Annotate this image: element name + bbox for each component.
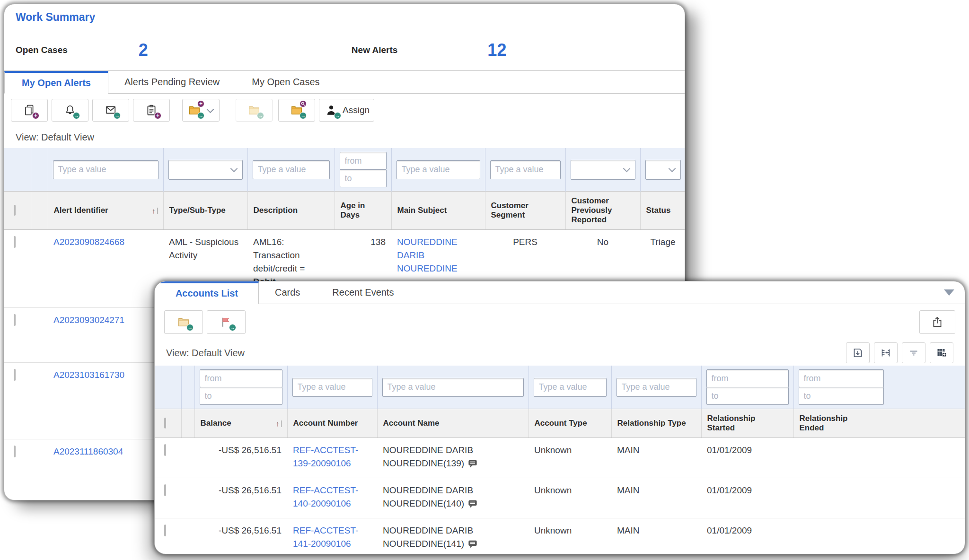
main-subject-link[interactable]: NOUREDDINE DARIB NOUREDDINE [397,237,458,273]
create-task-button[interactable] [133,99,170,122]
sort-ascending-icon[interactable] [152,206,158,216]
filter-balance-to-input[interactable] [200,387,282,405]
forward-badge-icon [186,324,194,331]
tab-recent-events[interactable]: Recent Events [316,281,410,304]
filter-status-select[interactable] [645,160,681,180]
filter-ended-to-input[interactable] [799,387,884,405]
chevron-down-icon [669,165,676,173]
filter-balance-from-input[interactable] [200,369,282,387]
col-alert-identifier[interactable]: Alert Identifier [48,192,163,230]
plus-badge-icon [32,112,39,119]
filter-main-subject-input[interactable] [396,160,480,179]
select-all-checkbox[interactable] [14,205,16,216]
filter-age-from-input[interactable] [340,152,387,170]
filter-account-name-input[interactable] [382,378,524,397]
send-email-button[interactable] [92,99,129,122]
filter-age-to-input[interactable] [340,169,387,187]
alert-link[interactable]: A2023111860304 [53,446,123,456]
row-checkbox[interactable] [164,484,166,496]
collapse-triangle-icon[interactable] [944,289,954,296]
col-customer-segment[interactable]: Customer Segment [485,192,565,230]
accounts-view-row: View: Default View [155,340,965,366]
col-status[interactable]: Status [640,192,685,230]
row-checkbox[interactable] [164,444,166,456]
create-alert-button[interactable] [52,99,88,122]
forward-badge-icon [73,112,80,119]
attach-disabled-button [236,99,273,122]
filter-customer-segment-input[interactable] [490,160,561,179]
relationship-started-value: 01/01/2009 [707,525,752,535]
tab-accounts-list[interactable]: Accounts List [155,281,259,304]
row-checkbox[interactable] [14,314,16,326]
filter-alert-identifier-input[interactable] [53,160,159,179]
comment-bubble-icon[interactable] [467,499,478,512]
assign-button-label: Assign [343,105,370,115]
screen: Work Summary Open Cases 2 New Alerts 12 … [0,0,969,560]
col-age-in-days[interactable]: Age in Days [335,192,391,230]
chevron-down-icon[interactable] [207,105,214,113]
filter-started-from-input[interactable] [706,369,789,387]
filter-type-subtype-select[interactable] [168,160,243,180]
flag-icon [219,315,234,329]
alerts-header-row: Alert Identifier Type/Sub-Type Descripti… [4,192,685,230]
assign-button[interactable]: Assign [319,99,374,122]
col-relationship-ended[interactable]: Relationship Ended [793,409,965,438]
merge-columns-button[interactable] [874,342,898,363]
new-alerts-value[interactable]: 12 [487,40,506,60]
sort-ascending-icon[interactable] [276,419,282,429]
row-checkbox[interactable] [14,369,16,381]
tab-my-open-alerts[interactable]: My Open Alerts [4,71,108,94]
flag-account-button[interactable] [207,310,246,334]
filter-previously-reported-select[interactable] [571,160,635,180]
create-document-button[interactable] [11,99,48,122]
col-relationship-started[interactable]: Relationship Started [701,409,793,438]
select-all-checkbox[interactable] [164,418,166,429]
comment-bubble-icon[interactable] [467,539,478,552]
col-type-subtype[interactable]: Type/Sub-Type [163,192,247,230]
filter-relationship-type-input[interactable] [617,378,696,397]
row-checkbox[interactable] [14,446,16,457]
alert-link[interactable]: A2023093024271 [53,315,124,325]
tab-alerts-pending-review[interactable]: Alerts Pending Review [108,71,236,93]
filter-description-input[interactable] [253,160,330,179]
comment-bubble-icon[interactable] [467,459,478,472]
filter-relationship-started-range [706,369,789,405]
open-cases-value[interactable]: 2 [139,40,148,60]
filter-ended-from-input[interactable] [799,369,884,387]
account-number-link[interactable]: REF-ACCTEST-140-20090106 [293,485,358,508]
filter-account-type-input[interactable] [534,378,607,397]
col-customer-previously-reported[interactable]: Customer Previously Reported [565,192,640,230]
account-number-link[interactable]: REF-ACCTEST-139-20090106 [293,445,358,468]
envelope-icon [103,103,118,117]
filter-started-to-input[interactable] [706,387,789,405]
col-relationship-type[interactable]: Relationship Type [611,409,701,438]
attach-to-existing-case-button[interactable] [278,99,315,122]
col-account-number[interactable]: Account Number [287,409,377,438]
save-view-button[interactable] [846,342,870,363]
page-title: Work Summary [4,4,685,30]
account-number-link[interactable]: REF-ACCTEST-141-20090106 [293,525,358,549]
col-account-name[interactable]: Account Name [377,409,529,438]
alert-link[interactable]: A2023103161730 [53,370,124,380]
attach-to-new-case-button[interactable] [182,99,220,122]
manage-columns-button[interactable] [930,342,953,363]
relationship-started-value: 01/01/2009 [707,445,752,455]
account-type-value: Unknown [534,445,572,455]
clipboard-icon [144,103,159,117]
alert-link[interactable]: A2023090824668 [53,237,124,247]
col-account-type[interactable]: Account Type [529,409,611,438]
accounts-filter-row [155,366,965,409]
filter-account-number-input[interactable] [292,378,372,397]
tab-my-open-cases[interactable]: My Open Cases [236,71,335,93]
open-cases-label: Open Cases [16,45,68,55]
account-name: NOUREDDINE DARIB NOUREDDINE(141) [383,525,473,549]
col-main-subject[interactable]: Main Subject [391,192,485,230]
export-button[interactable] [919,310,955,334]
attach-account-button[interactable] [164,310,203,334]
row-checkbox[interactable] [14,236,16,248]
col-description[interactable]: Description [247,192,335,230]
filter-rows-button[interactable] [902,342,925,363]
row-checkbox[interactable] [164,525,166,536]
col-balance[interactable]: Balance [194,409,287,438]
tab-cards[interactable]: Cards [259,281,316,304]
